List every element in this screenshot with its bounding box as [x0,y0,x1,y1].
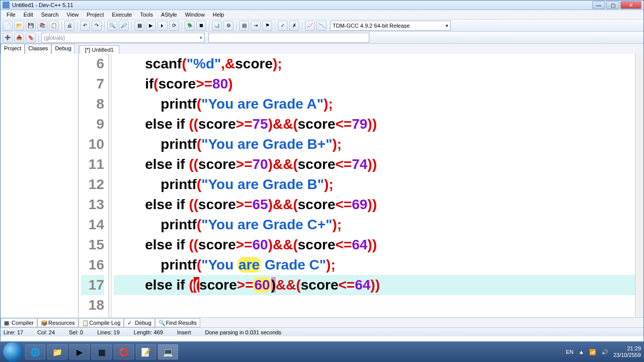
menu-astyle[interactable]: AStyle [157,11,181,19]
line-number: 13 [81,195,104,215]
code-line[interactable]: printf("You are Grade C"); [114,255,643,275]
code-line[interactable]: scanf("%d",&score); [114,54,643,74]
left-tab-debug[interactable]: Debug [51,44,74,54]
line-number: 7 [81,74,104,94]
file-tab[interactable]: [*] Untitled1 [79,45,119,54]
tab-icon: 📋 [82,320,88,326]
code-line[interactable]: else if ((score>=65)&&(score<=69)) [114,195,643,215]
save-as-button[interactable]: 📋 [49,21,59,31]
menu-view[interactable]: View [63,11,83,19]
minimize-button[interactable]: — [592,1,605,9]
code-line[interactable]: printf("You are Grade B+"); [114,134,643,154]
replace-button[interactable]: 🔎 [119,21,129,31]
taskbar-explorer[interactable]: 📁 [47,344,67,359]
profile-button[interactable]: 📊 [212,21,222,31]
goto-button[interactable]: ⇥ [251,21,261,31]
taskbar-chrome[interactable]: ⭕ [114,344,134,359]
code-line[interactable]: printf("You are Grade C+"); [114,215,643,235]
taskbar-devcpp[interactable]: 💻 [158,344,178,359]
code-line[interactable]: else if ((score>=60)&&(score<=64)) [114,235,643,255]
chart-button[interactable]: 📉 [316,21,327,31]
code-line[interactable] [114,295,643,315]
debug-button[interactable]: 🪲 [185,21,195,31]
taskbar-media[interactable]: ▶ [69,344,90,359]
tray-lang[interactable]: EN [566,349,574,355]
new-project-button[interactable]: ➕ [3,33,13,43]
tray-network-icon[interactable]: 📶 [589,349,596,355]
left-tab-classes[interactable]: Classes [25,44,51,54]
taskbar-ie[interactable]: 🌐 [25,344,45,359]
undo-button[interactable]: ↶ [80,21,90,31]
line-number: 10 [81,134,104,154]
run-button[interactable]: ▶ [146,21,156,31]
toolbar-separator [236,21,236,30]
bookmark2-button[interactable]: 🔖 [26,33,36,43]
line-gutter: 6789101112131415161718 [81,54,109,317]
code-line[interactable]: printf("You are Grade B"); [114,174,643,195]
redo-button[interactable]: ↷ [92,21,102,31]
rebuild-button[interactable]: ⟳ [169,21,179,31]
code-line[interactable]: else if ((score>=75)&&(score<=79)) [114,114,643,134]
code-line[interactable]: if(score>=80) [114,74,643,94]
menu-edit[interactable]: Edit [20,11,37,19]
tab-icon: 🔍 [158,320,165,326]
compile-button[interactable]: ▦ [134,21,144,31]
menu-project[interactable]: Project [83,11,108,19]
bottom-tab-find-results[interactable]: 🔍Find Results [155,318,200,327]
start-button[interactable] [3,342,23,362]
left-panel-tabs: ProjectClassesDebug [1,44,78,54]
compiler-selector[interactable]: TDM-GCC 4.9.2 64-bit Release [330,21,451,31]
stop-button[interactable]: ⏹ [196,21,206,31]
statusbar: Line: 17 Col: 24 Sel: 0 Lines: 19 Length… [1,327,643,336]
member-selector[interactable] [208,33,369,43]
project-tree[interactable] [1,54,78,317]
system-tray[interactable]: EN ▲ 📶 🔊 21:29 23/10/2559 [566,345,641,358]
tray-sound-icon[interactable]: 🔊 [601,349,608,355]
taskbar[interactable]: 🌐 📁 ▶ ▦ ⭕ 📝 💻 EN ▲ 📶 🔊 21:29 23/10/2559 [0,342,644,362]
taskbar-notes[interactable]: 📝 [136,344,156,359]
check-button[interactable]: ✓ [278,21,288,31]
code-body[interactable]: scanf("%d",&score); if(score>=80) printf… [112,54,643,317]
find-button[interactable]: 🔍 [107,21,117,31]
titlebar[interactable]: Untitled1 - Dev-C++ 5.11 — ▢ ✕ [1,1,643,10]
menu-search[interactable]: Search [37,11,63,19]
menu-execute[interactable]: Execute [108,11,136,19]
taskbar-grid[interactable]: ▦ [92,344,112,359]
status-lines: Lines: 19 [97,329,120,335]
menu-tools[interactable]: Tools [136,11,157,19]
menu-help[interactable]: Help [209,11,228,19]
tab-icon: ▦ [4,320,10,326]
bottom-tabs: ▦Compiler📦Resources📋Compile Log✓Debug🔍Fi… [1,317,643,327]
compile-run-button[interactable]: ⏵ [157,21,168,31]
menu-window[interactable]: Window [181,11,209,19]
tray-flag-icon[interactable]: ▲ [579,349,584,355]
save-all-button[interactable]: 📚 [37,21,47,31]
code-editor[interactable]: 6789101112131415161718 scanf("%d",&score… [78,54,643,317]
new-file-button[interactable]: 📄 [3,21,13,31]
open-button[interactable]: 📂 [14,21,24,31]
window-list-button[interactable]: ▤ [239,21,249,31]
bottom-tab-debug[interactable]: ✓Debug [124,318,154,327]
insert-button[interactable]: 📥 [14,33,24,43]
code-line[interactable]: else if ((score>=70)&&(score<=74)) [114,154,643,174]
print-button[interactable]: 🖨 [64,21,74,31]
toolbar-separator [275,21,275,30]
stats-button[interactable]: 📈 [305,21,315,31]
scope-selector[interactable]: (globals) [41,33,205,43]
menu-file[interactable]: File [3,11,20,19]
tray-clock[interactable]: 21:29 23/10/2559 [613,345,641,358]
line-number: 6 [81,54,104,74]
left-tab-project[interactable]: Project [1,44,25,54]
code-line[interactable]: else if ((score>=60)&&(score<=64)) [114,275,643,295]
maximize-button[interactable]: ▢ [606,1,619,9]
bookmark-button[interactable]: ⚑ [262,21,272,31]
tool-button[interactable]: ⚙ [223,21,233,31]
bottom-tab-compiler[interactable]: ▦Compiler [1,318,37,327]
code-line[interactable]: printf("You are Grade A"); [114,94,643,114]
vertical-scrollbar[interactable] [635,54,643,317]
bottom-tab-compile-log[interactable]: 📋Compile Log [78,318,124,327]
save-button[interactable]: 💾 [26,21,36,31]
remove-button[interactable]: ✗ [289,21,299,31]
bottom-tab-resources[interactable]: 📦Resources [37,318,78,327]
close-button[interactable]: ✕ [620,1,641,9]
